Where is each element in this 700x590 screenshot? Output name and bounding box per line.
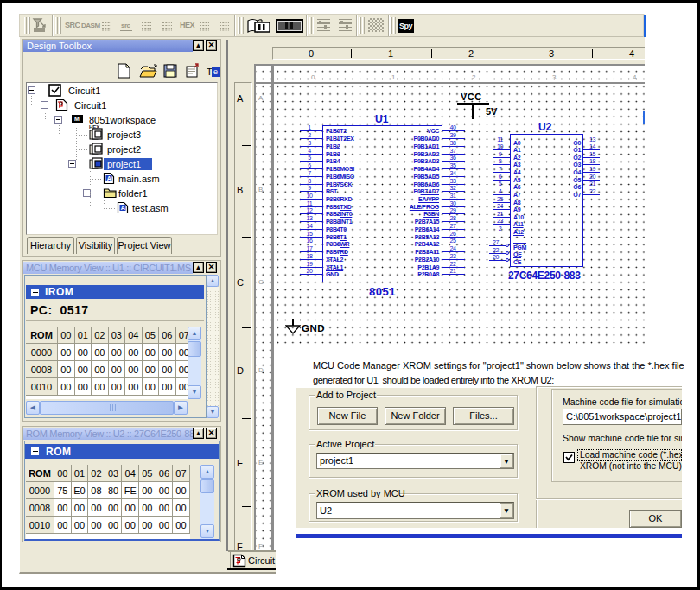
svg-text:e: e [213,67,218,76]
svg-text:T: T [207,67,213,77]
svg-text:M: M [74,116,80,122]
svg-text:A: A [107,175,111,181]
svg-text:A: A [121,205,125,211]
